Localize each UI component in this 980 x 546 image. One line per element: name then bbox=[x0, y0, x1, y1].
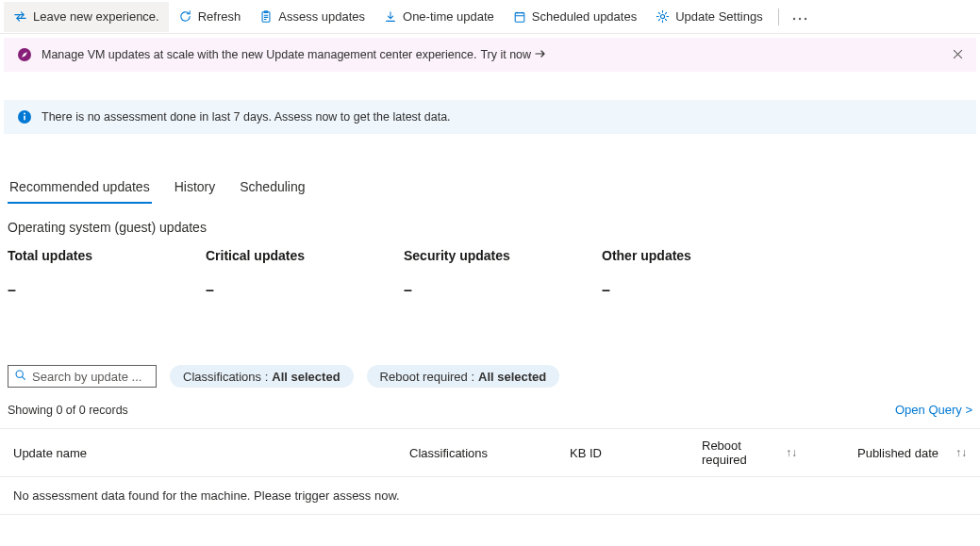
calendar-icon bbox=[513, 10, 526, 24]
classifications-filter-value: All selected bbox=[272, 370, 340, 384]
filter-row: Classifications : All selected Reboot re… bbox=[0, 365, 980, 388]
promo-text: Manage VM updates at scale with the new … bbox=[42, 48, 476, 61]
svg-point-3 bbox=[661, 14, 665, 18]
stat-total-value: – bbox=[8, 282, 206, 299]
stat-other: Other updates – bbox=[602, 248, 800, 299]
refresh-button[interactable]: Refresh bbox=[169, 2, 251, 32]
stat-other-value: – bbox=[602, 282, 800, 299]
classifications-filter-label: Classifications : bbox=[183, 370, 268, 384]
sort-icon: ↑↓ bbox=[955, 446, 967, 459]
stat-critical-label: Critical updates bbox=[206, 248, 404, 263]
svg-point-10 bbox=[24, 113, 25, 115]
refresh-label: Refresh bbox=[198, 9, 241, 24]
col-classifications[interactable]: Classifications bbox=[409, 446, 570, 460]
col-reboot-required[interactable]: Reboot required ↑↓ bbox=[702, 438, 797, 467]
promo-banner: Manage VM updates at scale with the new … bbox=[4, 38, 976, 72]
tab-scheduling[interactable]: Scheduling bbox=[238, 172, 307, 204]
open-query-link[interactable]: Open Query > bbox=[895, 403, 972, 417]
close-icon bbox=[953, 48, 963, 62]
col-published-date[interactable]: Published date bbox=[797, 446, 938, 460]
one-time-update-button[interactable]: One-time update bbox=[374, 2, 504, 32]
clipboard-icon bbox=[259, 9, 273, 24]
ellipsis-icon bbox=[792, 9, 807, 24]
svg-point-4 bbox=[792, 18, 794, 20]
svg-point-5 bbox=[798, 18, 800, 20]
stat-other-label: Other updates bbox=[602, 248, 800, 263]
update-settings-button[interactable]: Update Settings bbox=[646, 2, 772, 32]
col-kb-id[interactable]: KB ID bbox=[570, 446, 702, 460]
stat-security: Security updates – bbox=[404, 248, 602, 299]
stat-critical-value: – bbox=[206, 282, 404, 299]
info-icon bbox=[17, 109, 32, 124]
col-published-sort[interactable]: ↑↓ bbox=[938, 446, 967, 459]
promo-cta-label: Try it now bbox=[480, 48, 531, 61]
search-input[interactable] bbox=[32, 370, 145, 384]
info-text: There is no assessment done in last 7 da… bbox=[42, 110, 451, 124]
refresh-icon bbox=[178, 9, 192, 24]
tabs: Recommended updates History Scheduling bbox=[0, 172, 980, 205]
svg-point-6 bbox=[804, 18, 806, 20]
leave-label: Leave new experience. bbox=[33, 9, 159, 24]
settings-label: Update Settings bbox=[675, 9, 763, 24]
search-icon bbox=[14, 369, 26, 384]
compass-icon bbox=[17, 47, 32, 62]
scheduled-updates-button[interactable]: Scheduled updates bbox=[504, 2, 646, 32]
try-it-now-link[interactable]: Try it now bbox=[480, 48, 546, 61]
classifications-filter[interactable]: Classifications : All selected bbox=[170, 365, 354, 388]
tab-recommended[interactable]: Recommended updates bbox=[8, 172, 152, 204]
section-title: Operating system (guest) updates bbox=[0, 205, 980, 248]
onetime-label: One-time update bbox=[403, 9, 494, 24]
stat-total-label: Total updates bbox=[8, 248, 206, 263]
stat-critical: Critical updates – bbox=[206, 248, 404, 299]
assess-label: Assess updates bbox=[278, 9, 365, 24]
assess-updates-button[interactable]: Assess updates bbox=[250, 2, 374, 32]
reboot-filter-label: Reboot required : bbox=[380, 370, 474, 384]
stat-total: Total updates – bbox=[8, 248, 206, 299]
toolbar-separator bbox=[778, 8, 779, 25]
updates-grid: Update name Classifications KB ID Reboot… bbox=[0, 428, 980, 515]
swap-icon bbox=[13, 9, 27, 24]
scheduled-label: Scheduled updates bbox=[532, 9, 637, 24]
svg-rect-9 bbox=[24, 116, 25, 121]
more-button[interactable] bbox=[785, 2, 815, 32]
stat-security-label: Security updates bbox=[404, 248, 602, 263]
sort-icon: ↑↓ bbox=[786, 446, 797, 459]
grid-empty-message: No assessment data found for the machine… bbox=[0, 477, 980, 515]
update-stats: Total updates – Critical updates – Secur… bbox=[0, 248, 980, 299]
svg-rect-2 bbox=[515, 12, 524, 22]
stat-security-value: – bbox=[404, 282, 602, 299]
gear-icon bbox=[656, 9, 670, 24]
col-update-name[interactable]: Update name bbox=[13, 446, 409, 460]
tab-history[interactable]: History bbox=[173, 172, 218, 204]
search-box[interactable] bbox=[8, 365, 157, 388]
info-banner: There is no assessment done in last 7 da… bbox=[4, 100, 976, 134]
leave-experience-button[interactable]: Leave new experience. bbox=[4, 2, 169, 32]
reboot-filter-value: All selected bbox=[478, 370, 546, 384]
records-status-row: Showing 0 of 0 records Open Query > bbox=[0, 388, 980, 422]
command-bar: Leave new experience. Refresh Assess upd… bbox=[0, 0, 980, 34]
reboot-filter[interactable]: Reboot required : All selected bbox=[367, 365, 560, 388]
arrow-right-icon bbox=[535, 48, 546, 61]
close-promo-button[interactable] bbox=[946, 43, 969, 66]
records-count: Showing 0 of 0 records bbox=[8, 404, 128, 417]
download-icon bbox=[384, 10, 397, 24]
grid-header: Update name Classifications KB ID Reboot… bbox=[0, 429, 980, 477]
